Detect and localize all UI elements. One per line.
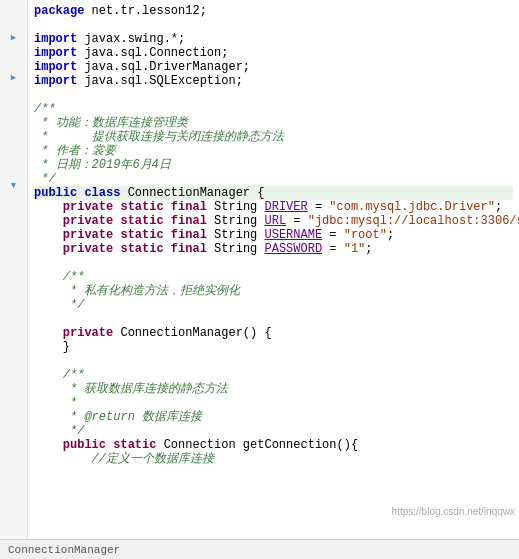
status-text: ConnectionManager	[8, 544, 120, 556]
token	[113, 214, 120, 228]
gutter-line-29	[9, 396, 19, 408]
token: static	[120, 228, 163, 242]
token: static	[120, 200, 163, 214]
token: java.sql.Connection;	[77, 46, 228, 60]
gutter-line-22	[9, 301, 19, 313]
code-line-8: * 功能：数据库连接管理类	[34, 116, 513, 130]
token: import	[34, 32, 77, 46]
token: public	[63, 438, 106, 452]
token: static	[120, 242, 163, 256]
gutter-line-14	[9, 193, 19, 205]
token: * 日期：2019年6月4日	[41, 158, 171, 172]
token: String	[207, 242, 265, 256]
code-content[interactable]: package net.tr.lesson12;import javax.swi…	[28, 0, 519, 539]
token: /**	[34, 102, 56, 116]
code-line-7: /**	[34, 102, 513, 116]
gutter-line-19	[9, 261, 19, 273]
gutter-line-8	[9, 112, 19, 124]
token	[106, 438, 113, 452]
code-line-16: private static final String USERNAME = "…	[34, 228, 513, 242]
token: ;	[387, 228, 394, 242]
gutter-line-24	[9, 328, 19, 340]
token: * 功能：数据库连接管理类	[41, 116, 187, 130]
code-line-14: private static final String DRIVER = "co…	[34, 200, 513, 214]
token: =	[286, 214, 308, 228]
token: private	[63, 200, 113, 214]
code-line-29: * @return 数据库连接	[34, 410, 513, 424]
token: */	[41, 172, 55, 186]
token: private	[63, 214, 113, 228]
watermark: https://blog.csdn.net/inqqwx	[392, 506, 515, 517]
token: final	[171, 214, 207, 228]
gutter-line-30	[9, 409, 19, 421]
token: static	[120, 214, 163, 228]
code-line-1	[34, 18, 513, 32]
token: final	[171, 242, 207, 256]
code-line-19: /**	[34, 270, 513, 284]
gutter: ▶▶▼	[0, 0, 28, 539]
token: */	[70, 424, 84, 438]
gutter-line-17	[9, 234, 19, 246]
gutter-line-15	[9, 207, 19, 219]
token: *	[70, 396, 77, 410]
token: java.sql.SQLException;	[77, 74, 243, 88]
token	[164, 228, 171, 242]
token: * 提供获取连接与关闭连接的静态方法	[41, 130, 283, 144]
token: private	[63, 242, 113, 256]
gutter-line-0	[9, 4, 19, 16]
token: */	[70, 298, 84, 312]
token	[164, 200, 171, 214]
code-line-24: }	[34, 340, 513, 354]
gutter-line-32	[9, 436, 19, 448]
code-line-31: public static Connection getConnection()…	[34, 438, 513, 452]
code-line-27: * 获取数据库连接的静态方法	[34, 382, 513, 396]
code-line-9: * 提供获取连接与关闭连接的静态方法	[34, 130, 513, 144]
gutter-line-2: ▶	[9, 31, 19, 43]
token: ConnectionManager() {	[113, 326, 271, 340]
code-line-32: //定义一个数据库连接	[34, 452, 513, 466]
gutter-line-5: ▶	[9, 72, 19, 84]
gutter-line-20	[9, 274, 19, 286]
token: DRIVER	[264, 200, 307, 214]
code-line-2: import javax.swing.*;	[34, 32, 513, 46]
code-line-13: public class ConnectionManager {	[34, 186, 513, 200]
token: PASSWORD	[264, 242, 322, 256]
token: import	[34, 60, 77, 74]
token: public	[34, 186, 77, 200]
token: javax.swing.*;	[77, 32, 185, 46]
token: =	[322, 242, 344, 256]
gutter-line-21	[9, 288, 19, 300]
token: /**	[63, 270, 85, 284]
token: * 作者：裳要	[41, 144, 115, 158]
code-line-6	[34, 88, 513, 102]
token: =	[322, 228, 344, 242]
bottom-bar: ConnectionManager	[0, 539, 519, 559]
token: URL	[264, 214, 286, 228]
gutter-line-13: ▼	[9, 180, 19, 192]
gutter-line-23	[9, 315, 19, 327]
token: String	[207, 228, 265, 242]
token: String	[207, 214, 265, 228]
gutter-line-6	[9, 85, 19, 97]
code-line-10: * 作者：裳要	[34, 144, 513, 158]
gutter-line-9	[9, 126, 19, 138]
gutter-line-11	[9, 153, 19, 165]
gutter-line-4	[9, 58, 19, 70]
token: * @return 数据库连接	[70, 410, 202, 424]
code-line-21: */	[34, 298, 513, 312]
code-line-18	[34, 256, 513, 270]
gutter-line-12	[9, 166, 19, 178]
code-line-22	[34, 312, 513, 326]
token	[164, 242, 171, 256]
token	[113, 200, 120, 214]
editor-area: ▶▶▼ package net.tr.lesson12;import javax…	[0, 0, 519, 539]
token: }	[63, 340, 70, 354]
code-line-4: import java.sql.DriverManager;	[34, 60, 513, 74]
token: private	[63, 326, 113, 340]
token: java.sql.DriverManager;	[77, 60, 250, 74]
token: private	[63, 228, 113, 242]
gutter-line-16	[9, 220, 19, 232]
code-line-17: private static final String PASSWORD = "…	[34, 242, 513, 256]
code-line-26: /**	[34, 368, 513, 382]
token: import	[34, 74, 77, 88]
